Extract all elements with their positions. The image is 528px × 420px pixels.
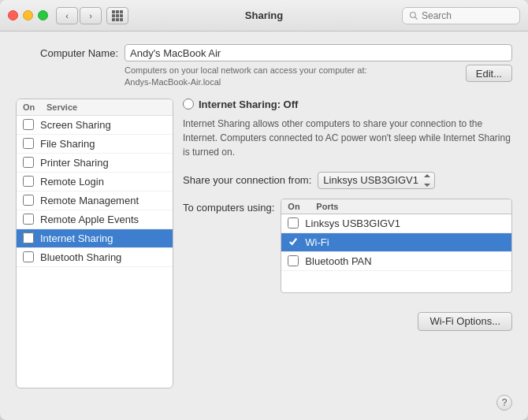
help-button[interactable]: ? [496, 395, 512, 411]
sidebar-item-remote-apple-events[interactable]: Remote Apple Events [17, 210, 173, 229]
ports-row-wifi[interactable]: Wi-Fi [281, 233, 511, 252]
svg-point-0 [411, 12, 416, 17]
sidebar-item-bluetooth-sharing[interactable]: Bluetooth Sharing [17, 248, 173, 267]
service-header: Internet Sharing: Off [183, 98, 512, 110]
printer-sharing-checkbox[interactable] [23, 157, 34, 168]
sidebar-items: Screen Sharing File Sharing Printer Shar… [17, 116, 173, 388]
svg-line-1 [415, 17, 418, 19]
wifi-port-checkbox[interactable] [288, 236, 299, 247]
back-button[interactable]: ‹ [56, 7, 78, 24]
sidebar-item-label: Screen Sharing [40, 119, 111, 131]
edit-button[interactable]: Edit... [466, 65, 512, 82]
sidebar-item-printer-sharing[interactable]: Printer Sharing [17, 154, 173, 173]
sidebar-item-remote-management[interactable]: Remote Management [17, 191, 173, 210]
share-from-label: Share your connection from: [183, 174, 311, 186]
share-from-select[interactable]: Linksys USB3GIGV1 [318, 172, 435, 189]
computer-name-sub: Computers on your local network can acce… [125, 65, 512, 89]
bluetooth-pan-checkbox[interactable] [288, 255, 299, 266]
close-button[interactable] [8, 10, 18, 20]
sidebar-item-label: Internet Sharing [40, 232, 113, 244]
grid-icon [112, 10, 123, 21]
right-panel: Internet Sharing: Off Internet Sharing a… [183, 98, 512, 388]
sidebar-item-internet-sharing[interactable]: Internet Sharing [17, 229, 173, 248]
ports-col-ports-header: Ports [316, 202, 338, 211]
ports-table-header: On Ports [281, 199, 511, 214]
to-computers-label: To computers using: [183, 199, 274, 214]
sidebar-item-screen-sharing[interactable]: Screen Sharing [17, 116, 173, 135]
sidebar-header: On Service [17, 99, 173, 116]
minimize-button[interactable] [23, 10, 33, 20]
wifi-port-label: Wi-Fi [305, 236, 329, 248]
computer-name-subtext: Computers on your local network can acce… [125, 65, 456, 89]
share-from-row: Share your connection from: Linksys USB3… [183, 172, 512, 189]
bluetooth-sharing-checkbox[interactable] [23, 251, 34, 262]
sidebar-item-label: Remote Management [40, 195, 139, 206]
maximize-button[interactable] [38, 10, 48, 20]
bottom-bar: ? [16, 388, 512, 411]
service-title: Internet Sharing: Off [199, 98, 298, 110]
screen-sharing-checkbox[interactable] [23, 119, 34, 130]
remote-management-checkbox[interactable] [23, 195, 34, 206]
search-input[interactable] [422, 10, 513, 21]
search-icon [409, 11, 418, 20]
computer-name-label: Computer Name: [16, 47, 118, 59]
ports-col-on-header: On [288, 202, 316, 211]
search-box[interactable] [402, 7, 520, 24]
sidebar-item-label: Printer Sharing [40, 157, 109, 169]
main-body: On Service Screen Sharing File Sharing P… [16, 98, 512, 388]
traffic-lights [8, 10, 48, 20]
window: ‹ › Sharing Computer Name: [0, 0, 528, 420]
sidebar: On Service Screen Sharing File Sharing P… [16, 98, 173, 388]
content-area: Computer Name: Computers on your local n… [0, 32, 528, 420]
sidebar-item-file-sharing[interactable]: File Sharing [17, 135, 173, 154]
forward-button[interactable]: › [80, 7, 102, 24]
titlebar: ‹ › Sharing [0, 0, 528, 32]
computer-name-row: Computer Name: [16, 44, 512, 61]
linksys-port-label: Linksys USB3GIGV1 [305, 217, 400, 229]
wifi-options-button[interactable]: Wi-Fi Options... [418, 312, 512, 331]
sidebar-header-on: On [23, 102, 46, 112]
ports-table: On Ports Linksys USB3GIGV1 Wi-Fi [281, 199, 512, 293]
remote-login-checkbox[interactable] [23, 176, 34, 187]
linksys-port-checkbox[interactable] [288, 217, 299, 229]
window-title: Sharing [245, 9, 283, 21]
grid-view-button[interactable] [106, 7, 128, 24]
sidebar-item-label: Bluetooth Sharing [40, 251, 121, 263]
share-from-select-wrapper: Linksys USB3GIGV1 [318, 172, 435, 189]
to-computers-row: To computers using: On Ports Linksys USB… [183, 199, 512, 293]
sidebar-item-remote-login[interactable]: Remote Login [17, 173, 173, 191]
sidebar-item-label: Remote Login [40, 176, 104, 188]
remote-apple-events-checkbox[interactable] [23, 214, 34, 225]
sidebar-item-label: Remote Apple Events [40, 214, 139, 225]
service-toggle-radio[interactable] [183, 98, 194, 110]
internet-sharing-checkbox[interactable] [23, 232, 34, 243]
bluetooth-pan-label: Bluetooth PAN [305, 255, 371, 267]
service-description: Internet Sharing allows other computers … [183, 117, 512, 159]
computer-name-input[interactable] [125, 44, 512, 61]
file-sharing-checkbox[interactable] [23, 138, 34, 149]
ports-row-linksys[interactable]: Linksys USB3GIGV1 [281, 214, 511, 233]
sidebar-header-service: Service [46, 102, 77, 112]
sidebar-item-label: File Sharing [40, 138, 95, 150]
nav-buttons: ‹ › [56, 7, 102, 24]
ports-row-bluetooth-pan[interactable]: Bluetooth PAN [281, 252, 511, 271]
